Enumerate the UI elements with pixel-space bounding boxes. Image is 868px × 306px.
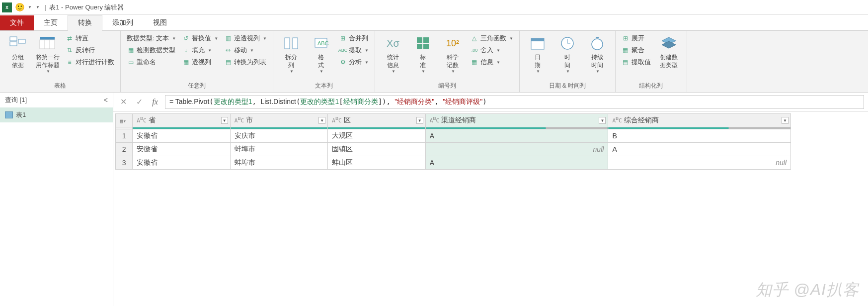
to-list-button[interactable]: ▤转换为列表: [222, 57, 269, 68]
cell[interactable]: A: [425, 156, 608, 170]
svg-rect-2: [18, 39, 25, 43]
list-icon: ▤: [224, 58, 232, 66]
transpose-button[interactable]: ⇄转置: [64, 33, 116, 44]
expand-button[interactable]: ⊞展开: [620, 33, 653, 44]
column-header-general[interactable]: ABC综合经销商▼: [608, 114, 791, 127]
time-button[interactable]: 时间▼: [553, 33, 581, 76]
replace-button[interactable]: ↺替换值▼: [180, 33, 220, 44]
column-header-province[interactable]: ABC省▼: [133, 114, 231, 127]
transpose-icon: ⇄: [66, 34, 74, 42]
table-row[interactable]: 2安徽省蚌埠市固镇区nullA: [116, 143, 791, 156]
detect-type-button[interactable]: ▦检测数据类型: [125, 45, 178, 56]
group-textcolumn: 拆分列▼ ABC 格式▼ ⊞合并列 ABC提取▼ ⚙分析▼ 文本列: [273, 31, 375, 92]
round-button[interactable]: .00舍入▼: [469, 45, 515, 56]
parse-button[interactable]: ⚙分析▼: [337, 57, 371, 68]
tab-addcolumn[interactable]: 添加列: [102, 15, 143, 30]
table-row[interactable]: 1安徽省安庆市大观区AB: [116, 129, 791, 143]
query-item[interactable]: 表1: [0, 107, 113, 122]
cell[interactable]: 安徽省: [133, 156, 231, 170]
filter-dropdown-icon[interactable]: ▼: [599, 117, 606, 124]
chevron-down-icon: ▼: [214, 36, 218, 41]
row-number[interactable]: 2: [116, 143, 133, 156]
count-icon: ≡: [66, 58, 74, 66]
duration-button[interactable]: 持续时间▼: [583, 33, 611, 76]
aggregate-button[interactable]: ▦聚合: [620, 45, 653, 56]
svg-rect-0: [10, 37, 17, 41]
groupby-button[interactable]: 分组依据: [4, 33, 32, 71]
data-type-button[interactable]: 数据类型: 文本▼: [125, 33, 178, 44]
group-datetime: 日期▼ 时间▼ 持续时间▼ 日期 & 时间列: [520, 31, 616, 92]
qat-dropdown-2[interactable]: ▼: [36, 5, 40, 9]
filter-dropdown-icon[interactable]: ▼: [782, 117, 789, 124]
split-column-button[interactable]: 拆分列▼: [277, 33, 305, 76]
trig-button[interactable]: △三角函数▼: [469, 33, 515, 44]
standard-button[interactable]: 标准▼: [409, 33, 437, 76]
fx-icon[interactable]: fx: [149, 96, 161, 108]
cell[interactable]: A: [425, 129, 608, 143]
extract-button[interactable]: ABC提取▼: [337, 45, 371, 56]
formula-input[interactable]: = Table.Pivot(更改的类型1, List.Distinct(更改的类…: [165, 95, 864, 109]
cell[interactable]: 安徽省: [133, 143, 231, 156]
unpivot-button[interactable]: ▥逆透视列▼: [222, 33, 269, 44]
filter-dropdown-icon[interactable]: ▼: [318, 117, 325, 124]
cell[interactable]: A: [608, 143, 791, 156]
cell[interactable]: 大观区: [328, 129, 426, 143]
qat-dropdown-1[interactable]: ▼: [28, 5, 32, 9]
tab-file[interactable]: 文件: [0, 15, 34, 30]
text-type-icon: ABC: [332, 117, 341, 124]
cell[interactable]: null: [425, 143, 608, 156]
cell[interactable]: 蚌埠市: [230, 143, 328, 156]
first-row-header-button[interactable]: 将第一行用作标题 ▼: [34, 33, 62, 76]
groupby-icon: [9, 35, 26, 52]
cell[interactable]: 蚌山区: [328, 156, 426, 170]
select-all-corner[interactable]: ▦▾: [116, 114, 133, 127]
create-datatype-button[interactable]: 创建数据类型: [655, 33, 683, 71]
column-header-channel[interactable]: ABC渠道经销商▼: [425, 114, 608, 127]
cancel-formula-button[interactable]: ✕: [117, 96, 129, 108]
tab-transform[interactable]: 转换: [68, 15, 102, 31]
fill-button[interactable]: ↓填充▼: [180, 45, 220, 56]
filter-dropdown-icon[interactable]: ▼: [221, 117, 228, 124]
smiley-icon[interactable]: 🙂: [15, 2, 25, 12]
cell[interactable]: B: [608, 129, 791, 143]
cell[interactable]: 固镇区: [328, 143, 426, 156]
rename-button[interactable]: ▭重命名: [125, 57, 178, 68]
accept-formula-button[interactable]: ✓: [133, 96, 145, 108]
cell[interactable]: 蚌埠市: [230, 156, 328, 170]
svg-rect-3: [40, 37, 55, 40]
chevron-down-icon: ▼: [250, 48, 254, 53]
text-type-icon: ABC: [430, 117, 439, 124]
format-button[interactable]: ABC 格式▼: [307, 33, 335, 76]
count-rows-button[interactable]: ≡对行进行计数: [64, 57, 116, 68]
table-icon: [5, 111, 13, 118]
text-type-icon: ABC: [612, 117, 622, 124]
pivot-button[interactable]: ▦透视列: [180, 57, 220, 68]
statistics-button[interactable]: Χσ 统计信息▼: [379, 33, 407, 76]
column-header-district[interactable]: ABC区▼: [328, 114, 426, 127]
date-button[interactable]: 日期▼: [524, 33, 552, 76]
info-button[interactable]: ▦信息▼: [469, 57, 515, 68]
cell[interactable]: 安庆市: [230, 129, 328, 143]
cell[interactable]: null: [608, 156, 791, 170]
tab-home[interactable]: 主页: [34, 15, 68, 30]
merge-columns-button[interactable]: ⊞合并列: [337, 33, 371, 44]
data-grid[interactable]: ▦▾ ABC省▼ ABC市▼ ABC区▼ ABC渠道经销商▼ ABC综合经销商▼…: [115, 113, 791, 170]
reverse-rows-button[interactable]: ⇅反转行: [64, 45, 116, 56]
scientific-button[interactable]: 10² 科学记数▼: [439, 33, 467, 76]
chevron-down-icon: ▼: [365, 48, 369, 53]
column-header-city[interactable]: ABC市▼: [230, 114, 328, 127]
row-number[interactable]: 3: [116, 156, 133, 170]
filter-dropdown-icon[interactable]: ▼: [416, 117, 423, 124]
text-type-icon: ABC: [235, 117, 244, 124]
trig-icon: △: [471, 34, 478, 42]
move-button[interactable]: ⇔移动▼: [222, 45, 269, 56]
cell[interactable]: 安徽省: [133, 129, 231, 143]
collapse-pane-icon[interactable]: <: [104, 96, 108, 104]
tab-view[interactable]: 视图: [143, 15, 177, 30]
extract-values-button[interactable]: ▤提取值: [620, 57, 653, 68]
first-row-header-label: 将第一行用作标题: [36, 54, 60, 69]
chevron-down-icon: ▼: [596, 69, 600, 74]
table-row[interactable]: 3安徽省蚌埠市蚌山区Anull: [116, 156, 791, 170]
fill-icon: ↓: [182, 46, 190, 54]
row-number[interactable]: 1: [116, 129, 133, 143]
